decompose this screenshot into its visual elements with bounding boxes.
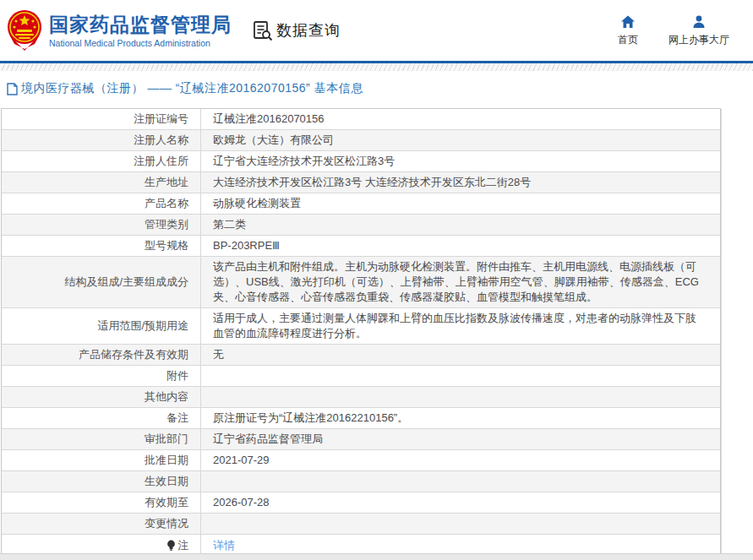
row-label: 管理类别 <box>2 215 201 235</box>
breadcrumb-text: 境内医疗器械（注册） —— “辽械注准20162070156” 基本信息 <box>21 81 363 96</box>
row-label: 产品储存条件及有效期 <box>2 345 201 365</box>
table-row: 审批部门辽宁省药品监督管理局 <box>2 429 720 450</box>
table-row: 结构及组成/主要组成成分该产品由主机和附件组成。主机为动脉硬化检测装置。附件由推… <box>2 257 720 308</box>
row-value: 2021-07-29 <box>201 450 720 470</box>
table-row: 备注原注册证号为“辽械注准20162210156”。 <box>2 408 720 429</box>
row-label: 注册人名称 <box>2 130 201 150</box>
org-name-cn: 国家药品监督管理局 <box>49 14 232 35</box>
row-label: 生产地址 <box>2 172 201 193</box>
hatch-band <box>0 63 753 71</box>
nav-home-label: 首页 <box>618 33 638 47</box>
row-value: 动脉硬化检测装置 <box>201 193 720 214</box>
row-label: 适用范围/预期用途 <box>2 308 201 344</box>
row-value: 2026-07-28 <box>201 492 720 513</box>
row-label: 批准日期 <box>2 450 201 470</box>
row-label: 附件 <box>2 366 201 386</box>
row-label: 注册证编号 <box>2 109 201 129</box>
table-row: 生效日期 <box>2 471 720 492</box>
table-row: 注册人名称欧姆龙（大连）有限公司 <box>2 130 720 151</box>
user-icon <box>691 14 707 30</box>
bulb-icon <box>166 540 176 552</box>
row-value: 辽宁省药品监督管理局 <box>201 429 720 449</box>
row-value <box>201 514 720 534</box>
page-icon <box>7 83 18 95</box>
nav-service-hall-label: 网上办事大厅 <box>668 33 729 47</box>
row-value: 无 <box>201 345 720 365</box>
org-names: 国家药品监督管理局 National Medical Products Admi… <box>49 14 232 48</box>
table-row: 变更情况 <box>2 514 720 535</box>
info-table: 注册证编号辽械注准20162070156注册人名称欧姆龙（大连）有限公司注册人住… <box>1 108 721 557</box>
nmpa-logo[interactable]: 国家药品监督管理局 National Medical Products Admi… <box>7 9 232 52</box>
table-row: 产品名称动脉硬化检测装置 <box>2 193 720 215</box>
row-value: 大连经济技术开发区松江路3号 大连经济技术开发区东北二街28号 <box>201 172 720 193</box>
table-row: 其他内容 <box>2 387 720 408</box>
row-label: 结构及组成/主要组成成分 <box>2 257 201 307</box>
table-row: 附件 <box>2 366 720 387</box>
row-label: 其他内容 <box>2 387 201 407</box>
row-label: 型号规格 <box>2 236 201 256</box>
nav-home[interactable]: 首页 <box>611 14 645 47</box>
table-row: 型号规格BP-203RPEⅢ <box>2 236 720 257</box>
table-row: 注册证编号辽械注准20162070156 <box>2 109 720 130</box>
org-name-en: National Medical Products Administration <box>49 38 232 48</box>
table-row: 管理类别第二类 <box>2 215 720 236</box>
row-value: 辽宁省大连经济技术开发区松江路3号 <box>201 151 720 171</box>
china-national-emblem-icon <box>7 9 42 52</box>
row-value: 欧姆龙（大连）有限公司 <box>201 130 720 150</box>
row-label: 有效期至 <box>2 492 201 513</box>
table-row: 产品储存条件及有效期无 <box>2 345 720 366</box>
row-value: 该产品由主机和附件组成。主机为动脉硬化检测装置。附件由推车、主机用电源线、电源插… <box>201 257 720 307</box>
row-value: 第二类 <box>201 215 720 235</box>
row-value: BP-203RPEⅢ <box>201 236 720 256</box>
row-label-text: 注 <box>177 538 188 553</box>
section-title: 数据查询 <box>276 20 341 41</box>
nav-service-hall[interactable]: 网上办事大厅 <box>668 14 729 47</box>
row-label: 生效日期 <box>2 471 201 492</box>
table-row: 注册人住所辽宁省大连经济技术开发区松江路3号 <box>2 151 720 172</box>
bottom-strip <box>0 553 753 560</box>
row-value <box>201 471 720 492</box>
data-query-section[interactable]: 数据查询 <box>252 19 341 41</box>
row-label: 产品名称 <box>2 193 201 214</box>
table-row: 适用范围/预期用途适用于成人，主要通过测量人体脚踝和上臂的血压比指数及脉波传播速… <box>2 308 720 345</box>
top-nav: 首页 网上办事大厅 <box>611 14 729 47</box>
row-value: 辽械注准20162070156 <box>201 109 720 129</box>
table-row: 生产地址大连经济技术开发区松江路3号 大连经济技术开发区东北二街28号 <box>2 172 720 193</box>
row-label: 注册人住所 <box>2 151 201 171</box>
row-value <box>201 387 720 407</box>
row-value: 适用于成人，主要通过测量人体脚踝和上臂的血压比指数及脉波传播速度，对患者的动脉弹… <box>201 308 720 344</box>
row-label: 变更情况 <box>2 514 201 534</box>
row-label: 备注 <box>2 408 201 428</box>
document-search-icon <box>252 19 274 41</box>
page-header: 国家药品监督管理局 National Medical Products Admi… <box>0 0 753 61</box>
row-value: 原注册证号为“辽械注准20162210156”。 <box>201 408 720 428</box>
breadcrumb: 境内医疗器械（注册） —— “辽械注准20162070156” 基本信息 <box>0 73 753 103</box>
row-label: 审批部门 <box>2 429 201 449</box>
row-value <box>201 366 720 386</box>
table-row: 批准日期2021-07-29 <box>2 450 720 471</box>
details-link[interactable]: 详情 <box>213 538 235 553</box>
home-icon <box>620 14 636 30</box>
table-row: 有效期至2026-07-28 <box>2 492 720 514</box>
